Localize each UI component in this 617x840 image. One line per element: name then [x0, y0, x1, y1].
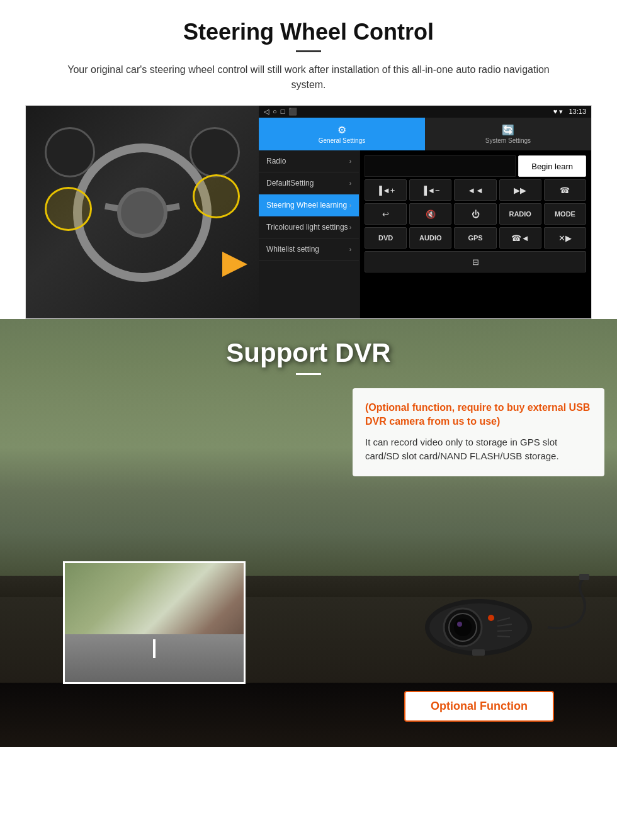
dvr-divider — [296, 373, 321, 375]
highlight-right-buttons — [193, 174, 240, 218]
statusbar-nav: ◁ ○ □ ⬛ — [264, 108, 297, 116]
ctrl-phone-prev[interactable]: ☎◄ — [499, 227, 541, 249]
menu-whitelist-label: Whitelist setting — [266, 245, 319, 254]
dvr-info-box: (Optional function, require to buy exter… — [353, 388, 604, 476]
highlight-left-buttons — [45, 187, 92, 231]
ctrl-mute[interactable]: 🔇 — [409, 203, 451, 225]
ctrl-row-2: ↩ 🔇 ⏻ RADIO MODE — [365, 203, 586, 225]
svg-rect-12 — [472, 649, 485, 656]
menu-radio-label: Radio — [266, 157, 286, 165]
ctrl-row-0: Begin learn — [365, 155, 586, 177]
ctrl-row-4: ⊟ — [365, 251, 586, 272]
square-btn[interactable]: □ — [281, 108, 285, 116]
menu-radio-arrow: › — [349, 158, 351, 165]
dvr-title: Support DVR — [0, 338, 617, 368]
android-menu: Radio › DefaultSetting › Steering Wheel … — [259, 150, 359, 318]
gauge-right — [190, 127, 240, 177]
menu-default-label: DefaultSetting — [266, 179, 314, 188]
camera-svg — [409, 571, 598, 671]
android-tabs: ⚙ General Settings 🔄 System Settings — [259, 118, 591, 150]
svg-point-5 — [454, 619, 472, 636]
steering-photo — [26, 106, 259, 319]
ctrl-gps[interactable]: GPS — [454, 227, 496, 249]
dvr-description: It can record video only to storage in G… — [365, 435, 592, 464]
signal-icon: ♥ ▾ — [553, 108, 563, 115]
ctrl-vol-down[interactable]: ▐◄− — [409, 179, 451, 201]
android-controls: Begin learn ▐◄+ ▐◄− ◄◄ ▶▶ ☎ ↩ 🔇 ⏻ — [359, 150, 591, 318]
record-btn[interactable]: ⬛ — [288, 108, 297, 116]
dvr-optional-text: (Optional function, require to buy exter… — [365, 401, 592, 429]
tab-system[interactable]: 🔄 System Settings — [425, 118, 591, 150]
ctrl-mode[interactable]: MODE — [544, 203, 586, 225]
back-btn[interactable]: ◁ — [264, 108, 269, 116]
steering-title: Steering Wheel Control — [25, 19, 592, 45]
svg-point-7 — [488, 615, 494, 621]
ctrl-row-3: DVD AUDIO GPS ☎◄ ✕▶ — [365, 227, 586, 249]
android-statusbar: ◁ ○ □ ⬛ ♥ ▾ 13:13 — [259, 106, 591, 118]
dvr-thumbnail — [63, 561, 246, 684]
begin-learn-btn[interactable]: Begin learn — [518, 155, 586, 177]
menu-steering-label: Steering Wheel learning — [266, 201, 347, 210]
settings-icon: ⚙ — [337, 124, 346, 136]
tab-system-label: System Settings — [485, 137, 531, 144]
time-display: 13:13 — [569, 108, 586, 115]
svg-line-11 — [497, 636, 510, 637]
menu-whitelist-arrow: › — [349, 246, 351, 253]
dvr-title-overlay: Support DVR — [0, 319, 617, 381]
svg-point-6 — [457, 622, 462, 627]
ctrl-radio[interactable]: RADIO — [499, 203, 541, 225]
ctrl-next[interactable]: ▶▶ — [499, 179, 541, 201]
statusbar-time: ♥ ▾ 13:13 — [553, 108, 586, 116]
ctrl-row-1: ▐◄+ ▐◄− ◄◄ ▶▶ ☎ — [365, 179, 586, 201]
ctrl-extra[interactable]: ⊟ — [365, 251, 586, 272]
svg-rect-0 — [579, 574, 589, 580]
optional-function-button[interactable]: Optional Function — [404, 691, 554, 722]
android-panel: ◁ ○ □ ⬛ ♥ ▾ 13:13 ⚙ General Settings — [259, 106, 591, 318]
tab-general[interactable]: ⚙ General Settings — [259, 118, 425, 150]
steering-section: Steering Wheel Control Your original car… — [0, 0, 617, 319]
ctrl-empty-0 — [365, 155, 516, 177]
ctrl-phone[interactable]: ☎ — [544, 179, 586, 201]
system-icon: 🔄 — [502, 124, 514, 136]
ctrl-phone-next[interactable]: ✕▶ — [544, 227, 586, 249]
home-btn[interactable]: ○ — [273, 108, 277, 116]
ctrl-power[interactable]: ⏻ — [454, 203, 496, 225]
menu-item-steering[interactable]: Steering Wheel learning › — [259, 194, 359, 216]
arrow-indicator — [222, 252, 247, 277]
steering-wheel-outer — [73, 143, 212, 282]
ctrl-back[interactable]: ↩ — [365, 203, 407, 225]
ctrl-dvd[interactable]: DVD — [365, 227, 407, 249]
menu-item-tricoloured[interactable]: Tricoloured light settings › — [259, 216, 359, 238]
dvr-section: Support DVR (Optional function, require … — [0, 319, 617, 747]
android-content: Radio › DefaultSetting › Steering Wheel … — [259, 150, 591, 318]
menu-item-whitelist[interactable]: Whitelist setting › — [259, 238, 359, 260]
menu-steering-arrow: › — [349, 202, 351, 209]
menu-item-radio[interactable]: Radio › — [259, 150, 359, 172]
ctrl-audio[interactable]: AUDIO — [409, 227, 451, 249]
dvr-camera-image — [409, 571, 598, 671]
menu-tricoloured-label: Tricoloured light settings — [266, 223, 348, 232]
ctrl-prev[interactable]: ◄◄ — [454, 179, 496, 201]
title-divider — [296, 50, 321, 52]
menu-item-default[interactable]: DefaultSetting › — [259, 172, 359, 194]
steering-composite: ◁ ○ □ ⬛ ♥ ▾ 13:13 ⚙ General Settings — [25, 105, 592, 319]
steering-wheel-inner — [117, 188, 167, 238]
svg-line-10 — [497, 630, 512, 631]
ctrl-vol-up[interactable]: ▐◄+ — [365, 179, 407, 201]
tab-general-label: General Settings — [319, 137, 366, 144]
menu-tricoloured-arrow: › — [349, 224, 351, 231]
menu-default-arrow: › — [349, 180, 351, 187]
steering-subtitle: Your original car's steering wheel contr… — [25, 62, 592, 92]
thumb-road-line — [153, 639, 156, 658]
